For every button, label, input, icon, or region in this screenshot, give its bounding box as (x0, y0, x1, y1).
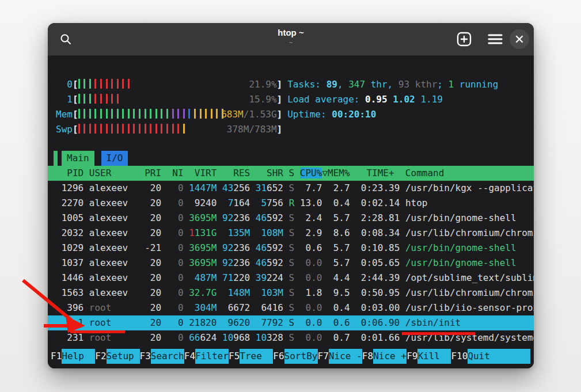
text-segment: running (454, 79, 498, 90)
table-header[interactable]: PID USER PRI NI VIRT RES SHR S CPU%▽MEM%… (48, 166, 534, 181)
search-icon (59, 32, 73, 46)
fn-button-sortby[interactable]: SortBy (284, 349, 318, 364)
text-segment: 1005 alexeev 20 (56, 212, 178, 223)
process-row-1296[interactable]: 1296 alexeev 20 0 1447M 43256 31652 S 7.… (48, 181, 534, 196)
meter-bar (139, 109, 140, 119)
meter-bar (128, 124, 130, 134)
text-segment (283, 227, 289, 238)
close-button[interactable] (510, 29, 529, 49)
text-segment: 0 (178, 227, 184, 238)
meter-bar (139, 124, 140, 134)
text-segment: 66 (189, 332, 200, 343)
tab-io[interactable]: I/O (101, 151, 128, 166)
text-segment: 1.19 (420, 94, 443, 105)
fn-button-help[interactable]: Help (62, 349, 95, 364)
fn-button-setup[interactable]: Setup (107, 349, 140, 364)
text-segment: 0.0 (306, 272, 322, 283)
meter-label: Mem (56, 109, 73, 120)
text-segment: /1.53G (244, 109, 277, 120)
meter-bracket: [ (73, 94, 78, 105)
text-segment: 164 (233, 197, 261, 208)
meter-bar (161, 109, 162, 119)
fn-button-nice-[interactable]: Nice + (373, 349, 407, 364)
meter-bar (150, 124, 151, 134)
meter-bracket: [ (73, 109, 78, 120)
text-segment: 21.9% (249, 79, 276, 90)
process-row-1563[interactable]: 1563 alexeev 20 0 32.7G 148M 103M S 1.8 … (48, 286, 534, 300)
text-segment: 1296 alexeev 20 (56, 182, 178, 193)
fn-button-filter[interactable]: Filter (195, 349, 229, 364)
text-segment: 652 (267, 182, 289, 193)
text-segment: 592 (267, 257, 289, 268)
text-segment: 0.95 (365, 94, 393, 105)
process-row-396[interactable]: 396 root 20 0 304M 6672 6416 S 0.0 0.4 0… (48, 300, 534, 315)
search-button[interactable] (57, 31, 74, 48)
text-segment: 1447M (189, 182, 217, 193)
process-row-1005[interactable]: 1005 alexeev 20 0 3695M 92236 46592 S 2.… (48, 211, 534, 226)
meter-bar (194, 109, 196, 119)
text-segment: 968 (233, 332, 256, 343)
tab-main[interactable]: Main (62, 151, 94, 166)
text-segment: Load average: (287, 94, 365, 105)
fn-key-f5: F5 (229, 349, 240, 364)
text-segment: 0 (178, 302, 184, 313)
meter-bar (100, 94, 102, 104)
fn-key-f9: F9 (407, 349, 417, 364)
fn-key-f3: F3 (140, 349, 151, 364)
text-segment: 592 (267, 242, 289, 253)
meter-bracket: [ (73, 79, 78, 90)
text-segment: /usr/bin/gnome-shell (405, 257, 517, 268)
process-row-1446[interactable]: 1446 alexeev 20 0 487M 71220 39224 S 0.0… (48, 271, 534, 286)
text-segment: 39 (256, 272, 267, 283)
fn-button-tree[interactable]: Tree (240, 349, 273, 364)
process-row-231[interactable]: 231 root 20 0 66624 10968 10328 S 0.0 0.… (48, 330, 534, 345)
meter-bar (94, 124, 96, 134)
meter-bar (89, 79, 91, 89)
text-segment: 2.9 8.6 0:08.34 /usr/lib/chromium/chromi (294, 227, 534, 238)
text-segment: 231 (56, 332, 89, 343)
fn-button-search[interactable]: Search (151, 349, 184, 364)
fn-button-nice-[interactable]: Nice - (329, 349, 362, 364)
text-segment (294, 302, 305, 313)
process-row-2270[interactable]: 2270 alexeev 20 0 9240 7164 5756 R 13.0 … (48, 196, 534, 211)
meter-bracket: ] (277, 94, 283, 105)
new-tab-button[interactable] (455, 31, 473, 48)
fn-button-kill[interactable]: Kill (417, 349, 451, 364)
text-segment: 487M (189, 272, 217, 283)
meter-bar (100, 109, 102, 119)
text-segment: , (388, 79, 398, 90)
text-segment: S (289, 272, 295, 283)
text-segment: 7.7 2.7 0:23.39 /usr/bin/kgx --gapplicat (294, 182, 534, 193)
meter-bar (94, 79, 96, 89)
text-segment: Uptime: (287, 109, 332, 120)
process-row-1[interactable]: 1 root 20 0 21820 9620 7792 S 0.0 0.6 0:… (48, 315, 534, 330)
text-segment: 3695M (189, 242, 217, 253)
text-segment: 0.0 (306, 332, 322, 343)
meter-value: 378M/783M (227, 122, 277, 137)
text-segment: S (289, 227, 295, 238)
fn-key-f7: F7 (318, 349, 329, 364)
meter-bar (89, 109, 91, 119)
text-segment: 2270 alexeev 20 (56, 197, 178, 208)
process-row-1029[interactable]: 1029 alexeev -21 0 3695M 92236 46592 S 0… (48, 241, 534, 256)
text-segment (184, 242, 189, 253)
uptime: Uptime: 00:20:10 (287, 109, 376, 120)
text-segment: S (289, 302, 295, 313)
menu-button[interactable] (487, 31, 504, 48)
meter-value: 21.9% (249, 77, 276, 92)
text-segment (184, 302, 189, 313)
fn-button-quit[interactable]: Quit (468, 349, 530, 364)
text-segment: 148M (222, 287, 250, 298)
meter-bar (89, 94, 91, 104)
screen-tabs: MainI/O (48, 151, 534, 166)
process-row-1037[interactable]: 1037 alexeev 20 0 3695M 92236 46592 S 0.… (48, 256, 534, 271)
meter-bar (117, 124, 119, 134)
titlebar: htop ~ ~ (48, 23, 534, 56)
meter-bar (111, 79, 113, 89)
text-segment (184, 257, 189, 268)
process-row-2032[interactable]: 2032 alexeev 20 0 1131G 135M 108M S 2.9 … (48, 226, 534, 241)
text-segment: 31 (256, 182, 267, 193)
text-segment (217, 227, 222, 238)
text-segment (184, 227, 189, 238)
text-segment: S (289, 182, 295, 193)
